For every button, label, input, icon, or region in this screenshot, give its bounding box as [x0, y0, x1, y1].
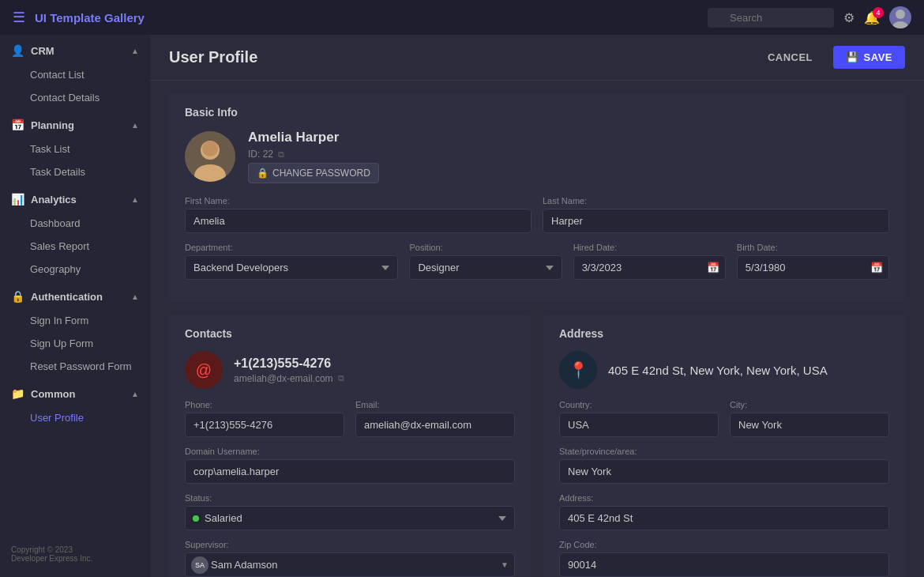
profile-name: Amelia Harper [248, 130, 379, 145]
sidebar-section-header-authentication[interactable]: 🔒Authentication ▲ [0, 284, 150, 309]
contact-main-info: +1(213)555-4276 ameliah@dx-email.com ⧉ [234, 356, 344, 384]
department-label: Department: [185, 243, 398, 252]
sidebar-item-dashboard[interactable]: Dashboard [0, 212, 150, 235]
sidebar-item-task-details[interactable]: Task Details [0, 160, 150, 183]
sidebar-section-crm: 👤CRM ▲ Contact List Contact Details [0, 38, 150, 109]
state-group: State/province/area: [559, 447, 889, 484]
user-avatar[interactable] [889, 6, 911, 28]
country-group: Country: [559, 400, 719, 437]
hired-date-label: Hired Date: [573, 243, 726, 252]
page-actions: CANCEL 💾 SAVE [755, 46, 905, 69]
birth-date-input[interactable] [737, 255, 889, 280]
sidebar-section-label-planning: Planning [31, 119, 74, 131]
authentication-chevron: ▲ [131, 292, 139, 301]
supervisor-row: Supervisor: SA Sam Adamson John Smith Ja… [185, 540, 515, 577]
name-row: First Name: Last Name: [185, 196, 889, 233]
phone-input[interactable] [185, 413, 344, 437]
supervisor-select-wrap: SA Sam Adamson John Smith Jane Doe ▼ [185, 552, 515, 577]
planning-icon: 📅 [11, 119, 24, 131]
status-row: Status: Salaried Hourly Contract [185, 493, 515, 530]
sidebar-item-user-profile[interactable]: User Profile [0, 406, 150, 429]
common-chevron: ▲ [131, 390, 139, 398]
city-label: City: [730, 400, 889, 409]
sidebar-item-reset-password-form[interactable]: Reset Password Form [0, 355, 150, 378]
hired-date-group: Hired Date: 📅 [573, 243, 726, 280]
sidebar-section-analytics: 📊Analytics ▲ Dashboard Sales Report Geog… [0, 187, 150, 281]
country-city-row: Country: City: [559, 400, 889, 437]
department-select[interactable]: Backend Developers Frontend Developers D… [185, 255, 398, 280]
hamburger-icon[interactable]: ☰ [13, 9, 25, 26]
status-select[interactable]: Salaried Hourly Contract [185, 506, 515, 530]
footer-line2: Developer Express Inc. [11, 554, 139, 563]
contact-email-display: ameliah@dx-email.com ⧉ [234, 373, 344, 384]
cancel-button[interactable]: CANCEL [755, 46, 825, 69]
supervisor-group: Supervisor: SA Sam Adamson John Smith Ja… [185, 540, 515, 577]
change-password-button[interactable]: 🔒 CHANGE PASSWORD [248, 163, 379, 183]
contact-banner: @ +1(213)555-4276 ameliah@dx-email.com ⧉ [185, 351, 515, 389]
save-icon: 💾 [846, 51, 859, 63]
supervisor-select[interactable]: Sam Adamson John Smith Jane Doe [185, 552, 515, 577]
save-label: SAVE [864, 51, 892, 63]
supervisor-label: Supervisor: [185, 540, 515, 549]
zip-input[interactable] [559, 552, 889, 577]
search-wrap: 🔍 [708, 8, 834, 28]
lock-icon: 🔒 [257, 168, 269, 179]
last-name-group: Last Name: [543, 196, 889, 233]
settings-button[interactable]: ⚙ [843, 10, 855, 25]
birth-date-wrap: 📅 [737, 255, 889, 280]
sidebar-section-label-authentication: Authentication [31, 291, 103, 303]
birth-date-group: Birth Date: 📅 [737, 243, 889, 280]
email-input[interactable] [355, 413, 515, 437]
svg-point-1 [892, 21, 908, 28]
country-input[interactable] [559, 413, 719, 437]
hired-date-input[interactable] [573, 255, 726, 280]
profile-info: Amelia Harper ID: 22 ⧉ 🔒 CHANGE PASSWORD [248, 130, 379, 183]
sidebar-section-header-common[interactable]: 📁Common ▲ [0, 381, 150, 406]
status-group: Status: Salaried Hourly Contract [185, 493, 515, 530]
state-row: State/province/area: [559, 447, 889, 484]
planning-chevron: ▲ [131, 121, 139, 130]
first-name-label: First Name: [185, 196, 531, 206]
id-copy-icon[interactable]: ⧉ [278, 149, 284, 160]
zip-label: Zip Code: [559, 540, 889, 549]
sidebar-section-header-crm[interactable]: 👤CRM ▲ [0, 38, 150, 63]
position-select[interactable]: Designer Developer Manager Analyst [409, 255, 562, 280]
authentication-icon: 🔒 [11, 290, 24, 303]
last-name-input[interactable] [543, 209, 889, 233]
page-title: User Profile [169, 48, 257, 66]
sidebar-item-contact-details[interactable]: Contact Details [0, 86, 150, 109]
sidebar-section-authentication: 🔒Authentication ▲ Sign In Form Sign Up F… [0, 284, 150, 378]
sidebar-section-header-planning[interactable]: 📅Planning ▲ [0, 112, 150, 138]
sidebar-section-header-analytics[interactable]: 📊Analytics ▲ [0, 187, 150, 212]
sidebar-footer: Copyright © 2023 Developer Express Inc. [0, 537, 150, 571]
city-input[interactable] [730, 413, 889, 437]
first-name-input[interactable] [185, 209, 531, 233]
address-input[interactable] [559, 506, 889, 530]
contacts-address-row: Contacts @ +1(213)555-4276 ameliah@dx-em… [169, 315, 905, 577]
sidebar-item-contact-list[interactable]: Contact List [0, 63, 150, 86]
details-row: Department: Backend Developers Frontend … [185, 243, 889, 280]
footer-line1: Copyright © 2023 [11, 545, 139, 554]
sidebar-section-label-analytics: Analytics [31, 194, 77, 206]
status-dot [193, 515, 199, 522]
domain-username-input[interactable] [185, 459, 515, 484]
last-name-label: Last Name: [543, 196, 889, 206]
search-input[interactable] [708, 8, 834, 28]
phone-group: Phone: [185, 400, 344, 437]
state-input[interactable] [559, 459, 889, 484]
address-card: Address 📍 405 E 42nd St, New York, New Y… [543, 315, 905, 577]
main-content: User Profile CANCEL 💾 SAVE Basic Info [150, 35, 924, 577]
save-button[interactable]: 💾 SAVE [833, 46, 905, 69]
sidebar-item-sign-up-form[interactable]: Sign Up Form [0, 332, 150, 355]
sidebar-item-task-list[interactable]: Task List [0, 138, 150, 160]
page-header: User Profile CANCEL 💾 SAVE [150, 35, 924, 81]
sidebar-item-geography[interactable]: Geography [0, 258, 150, 281]
notifications-button[interactable]: 🔔 4 [864, 10, 880, 25]
contact-at-icon: @ [196, 361, 212, 379]
sidebar-item-sales-report[interactable]: Sales Report [0, 235, 150, 258]
sidebar-item-sign-in-form[interactable]: Sign In Form [0, 309, 150, 332]
analytics-icon: 📊 [11, 193, 24, 206]
email-group: Email: [355, 400, 515, 437]
email-copy-icon[interactable]: ⧉ [338, 373, 344, 383]
svg-point-0 [896, 9, 905, 19]
